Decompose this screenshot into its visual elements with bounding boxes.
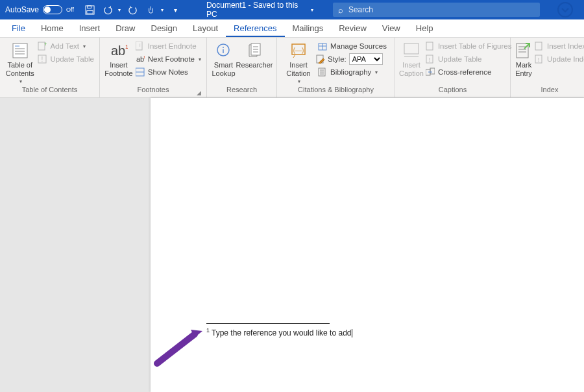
chevron-down-icon: ▾ (199, 56, 201, 62)
update-icon: ! (37, 54, 47, 64)
chevron-down-icon[interactable]: ▾ (161, 7, 164, 13)
tab-insert[interactable]: Insert (71, 20, 108, 37)
chevron-down-icon: ▾ (311, 7, 313, 13)
svg-text:1: 1 (143, 55, 145, 59)
svg-text:!: ! (429, 56, 431, 63)
bibliography-button[interactable]: Bibliography▾ (316, 66, 388, 78)
update-icon: ! (534, 54, 544, 64)
update-index-button[interactable]: !Update Index (533, 53, 584, 65)
search-input[interactable] (348, 5, 540, 14)
ribbon: Table of Contents ▾ +Add Text▾ !Update T… (0, 38, 584, 98)
page[interactable] (151, 98, 584, 392)
manage-sources-icon (317, 41, 328, 51)
tab-help[interactable]: Help (408, 20, 441, 37)
group-citations: (—) Insert Citation ▾ Manage Sources Sty… (277, 38, 395, 97)
style-dropdown[interactable]: APA (349, 53, 383, 65)
next-footnote-icon: ab1 (135, 54, 145, 64)
tab-file[interactable]: File (4, 20, 33, 37)
tab-design[interactable]: Design (143, 20, 185, 37)
smart-lookup-button[interactable]: Smart Lookup (211, 39, 236, 77)
update-table-captions-button[interactable]: !Update Table (424, 53, 513, 65)
insert-caption-button[interactable]: Insert Caption (399, 39, 424, 77)
show-notes-button[interactable]: Show Notes (134, 66, 202, 78)
search-box[interactable]: ⌕ (333, 3, 540, 17)
svg-text:!: ! (538, 56, 540, 63)
redo-icon[interactable] (127, 4, 139, 16)
table-of-contents-button[interactable]: Table of Contents ▾ (4, 39, 36, 84)
undo-icon[interactable] (103, 4, 114, 16)
tab-draw[interactable]: Draw (108, 20, 143, 37)
svg-point-3 (558, 3, 572, 17)
footnote-text: Type the reference you would like to add (212, 328, 351, 337)
touch-mode-icon[interactable] (145, 4, 157, 16)
svg-rect-40 (426, 42, 433, 50)
footnote-icon: ab1 (110, 42, 128, 60)
group-label: Index (515, 86, 584, 97)
tab-review[interactable]: Review (331, 20, 374, 37)
group-footnotes: ab1 Insert Footnote iInsert Endnote ab1N… (100, 38, 207, 97)
svg-rect-44 (430, 68, 435, 74)
insert-index-button[interactable]: Insert Index (533, 40, 584, 52)
svg-rect-2 (87, 10, 93, 14)
svg-text:(—): (—) (293, 47, 304, 54)
document-title[interactable]: Document1 - Saved to this PC ▾ (187, 1, 333, 19)
tab-mailings[interactable]: Mailings (285, 20, 332, 37)
insert-endnote-button[interactable]: iInsert Endnote (134, 40, 202, 52)
document-canvas[interactable] (0, 98, 584, 392)
svg-rect-38 (404, 43, 419, 54)
group-label: Footnotes (138, 86, 169, 93)
save-icon[interactable] (84, 4, 96, 16)
toggle-off-icon (43, 5, 62, 14)
style-icon (316, 55, 325, 64)
group-table-of-contents: Table of Contents ▾ +Add Text▾ !Update T… (0, 38, 100, 97)
chevron-down-icon: ▾ (19, 79, 22, 84)
title-bar: AutoSave Off ▾ ▾ ▾ Document1 - Saved to … (0, 0, 584, 19)
insert-footnote-button[interactable]: ab1 Insert Footnote (104, 39, 134, 77)
svg-rect-15 (136, 42, 142, 50)
bibliography-icon (317, 67, 328, 77)
svg-text:i: i (140, 43, 141, 47)
manage-sources-button[interactable]: Manage Sources (316, 40, 388, 52)
insert-citation-button[interactable]: (—) Insert Citation ▾ (281, 39, 316, 84)
insert-table-of-figures-button[interactable]: Insert Table of Figures (424, 40, 513, 52)
group-captions: Insert Caption Insert Table of Figures !… (395, 38, 511, 97)
svg-rect-1 (88, 5, 91, 8)
caption-icon (402, 42, 420, 60)
text-cursor (352, 329, 352, 337)
tab-references[interactable]: References (226, 20, 284, 37)
researcher-button[interactable]: Researcher (236, 39, 273, 69)
footnote-entry[interactable]: 1Type the reference you would like to ad… (206, 327, 352, 338)
add-text-button[interactable]: +Add Text▾ (36, 40, 95, 52)
group-research: Smart Lookup Researcher Research (207, 38, 277, 97)
svg-point-22 (223, 47, 224, 48)
mark-entry-icon (515, 42, 533, 60)
tab-home[interactable]: Home (33, 20, 71, 37)
ribbon-tabs: File Home Insert Draw Design Layout Refe… (0, 19, 584, 38)
ribbon-display-options[interactable] (546, 0, 584, 19)
customize-qat-icon[interactable]: ▾ (170, 4, 182, 16)
cross-reference-button[interactable]: Cross-reference (424, 66, 513, 78)
citation-style-selector[interactable]: Style: APA (316, 53, 388, 65)
next-footnote-button[interactable]: ab1Next Footnote▾ (134, 53, 202, 65)
mark-entry-button[interactable]: Mark Entry (515, 39, 533, 77)
svg-text:+: + (44, 42, 47, 47)
update-table-button[interactable]: !Update Table (36, 53, 95, 65)
citation-icon: (—) (289, 42, 308, 60)
chevron-down-icon: ▾ (375, 69, 378, 75)
svg-rect-49 (535, 42, 542, 50)
add-text-icon: + (37, 41, 47, 51)
group-index: Mark Entry Insert Index !Update Index In… (511, 38, 584, 97)
chevron-down-icon: ▾ (298, 79, 300, 84)
update-icon: ! (425, 54, 435, 64)
dialog-launcher-icon[interactable]: ◢ (197, 90, 201, 96)
researcher-icon (245, 42, 263, 60)
tab-view[interactable]: View (374, 20, 408, 37)
autosave-state: Off (66, 6, 74, 13)
footnote-separator (206, 323, 330, 324)
chevron-down-icon[interactable]: ▾ (118, 7, 121, 13)
index-icon (534, 41, 544, 51)
group-label: Research (211, 86, 273, 97)
tab-layout[interactable]: Layout (185, 20, 226, 37)
autosave-toggle[interactable]: AutoSave Off (0, 5, 79, 14)
svg-text:!: ! (42, 56, 43, 63)
